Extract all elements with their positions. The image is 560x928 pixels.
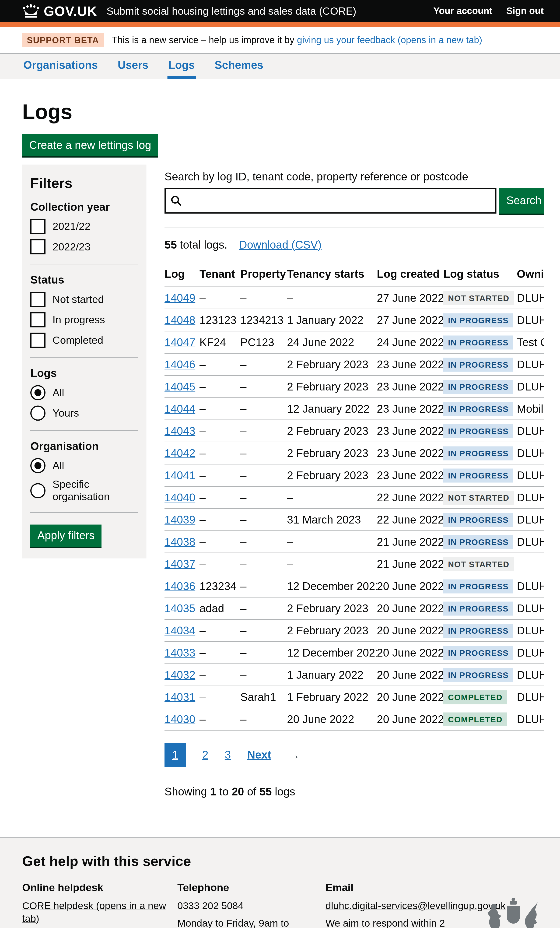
log-id-link[interactable]: 14038 [165,536,195,548]
column-header-log: Log [165,263,200,287]
apply-filters-button[interactable]: Apply filters [31,525,102,547]
filter-option-logs-yours[interactable]: Yours [31,406,138,421]
radio-logs-yours[interactable] [31,406,46,421]
property-cell: – [240,620,287,642]
log-created-cell: 24 June 2022 [377,331,443,353]
radio-specific-organisation[interactable] [31,483,46,498]
sign-out-link[interactable]: Sign out [506,6,544,16]
table-row: 14030 – – 20 June 2022 20 June 2022 COMP… [165,708,544,730]
download-csv-link[interactable]: Download (CSV) [239,239,322,251]
filter-group-status: Status [31,274,138,287]
showing-total: 55 [259,785,272,798]
pagination-next-link[interactable]: Next [247,749,271,762]
email-link[interactable]: dluhc.digital-services@levellingup.gov.u… [325,901,506,912]
log-id-link[interactable]: 14040 [165,491,195,504]
table-row: 14042 – – 2 February 2023 23 June 2022 I… [165,442,544,464]
filter-option-in-progress[interactable]: In progress [31,312,138,327]
radio-logs-all[interactable] [31,385,46,400]
site-footer: Get help with this service Online helpde… [0,838,560,928]
tenant-cell: – [200,442,240,464]
filters-divider [31,357,138,358]
column-header-log-status: Log status [443,263,517,287]
property-cell: – [240,375,287,398]
filter-option-completed[interactable]: Completed [31,333,138,348]
nav-item-schemes[interactable]: Schemes [214,59,265,79]
log-status-cell: COMPLETED [443,708,517,730]
feedback-link[interactable]: giving us your feedback (opens in a new … [297,35,482,45]
checkbox-2021-22[interactable] [31,219,46,234]
pagination: 1 2 3 Next → [165,743,544,767]
table-row: 14034 – – 2 February 2023 20 June 2022 I… [165,620,544,642]
tenancy-starts-cell: 2 February 2023 [287,353,377,375]
tenant-cell: – [200,708,240,730]
govuk-logo[interactable]: GOV.UK [22,3,97,19]
log-id-link[interactable]: 14032 [165,669,195,681]
core-helpdesk-link[interactable]: CORE helpdesk (opens in a new tab) [22,901,166,925]
filter-option-not-started[interactable]: Not started [31,292,138,307]
tenancy-starts-cell: 2 February 2023 [287,442,377,464]
search-input[interactable] [187,194,491,208]
tenant-cell: – [200,620,240,642]
filter-option-organisation-all[interactable]: All [31,458,138,473]
log-id-link[interactable]: 14035 [165,602,195,614]
owning-organisation-cell: DLUHC Tes [517,664,544,686]
property-cell: – [240,353,287,375]
checkbox-2022-23[interactable] [31,239,46,254]
log-id-link[interactable]: 14033 [165,646,195,659]
log-id-link[interactable]: 14034 [165,624,195,636]
nav-item-organisations[interactable]: Organisations [22,59,99,79]
status-badge: IN PROGRESS [443,624,513,638]
email-response-note: We aim to respond within 2 working days [325,917,471,928]
telephone-heading: Telephone [177,881,325,894]
property-cell: – [240,575,287,597]
your-account-link[interactable]: Your account [433,6,492,16]
table-header-row: Log Tenant Property Tenancy starts Log c… [165,263,544,287]
checkbox-completed[interactable] [31,333,46,348]
filter-option-2021-22[interactable]: 2021/22 [31,219,138,234]
pagination-page-3[interactable]: 3 [225,749,231,762]
service-name-link[interactable]: Submit social housing lettings and sales… [107,5,357,17]
filter-option-specific-organisation[interactable]: Specific organisation [31,478,138,503]
pagination-page-2[interactable]: 2 [202,749,208,762]
checkbox-label: 2021/22 [52,220,90,233]
log-id-link[interactable]: 14044 [165,402,195,415]
log-status-cell: IN PROGRESS [443,620,517,642]
log-created-cell: 23 June 2022 [377,375,443,398]
log-id-link[interactable]: 14046 [165,358,195,370]
log-id-link[interactable]: 14031 [165,691,195,703]
log-id-link[interactable]: 14039 [165,513,195,526]
owning-organisation-cell: DLUHC Tes [517,642,544,664]
log-id-link[interactable]: 14043 [165,424,195,437]
phase-banner: SUPPORT BETA This is a new service – hel… [0,27,560,54]
filters-divider [31,264,138,264]
checkbox-not-started[interactable] [31,292,46,307]
filter-option-logs-all[interactable]: All [31,385,138,400]
log-id-link[interactable]: 14047 [165,336,195,348]
property-cell: – [240,464,287,486]
search-button[interactable]: Search [499,188,544,214]
log-id-link[interactable]: 14049 [165,292,195,304]
log-created-cell: 23 June 2022 [377,353,443,375]
log-id-link[interactable]: 14041 [165,469,195,481]
column-header-tenant: Tenant [200,263,240,287]
nav-item-logs[interactable]: Logs [167,59,196,79]
log-id-link[interactable]: 14048 [165,314,195,326]
property-cell: – [240,508,287,531]
log-id-link[interactable]: 14045 [165,380,195,392]
checkbox-in-progress[interactable] [31,312,46,327]
status-badge: NOT STARTED [443,557,514,571]
log-id-link[interactable]: 14036 [165,580,195,592]
table-row: 14045 – – 2 February 2023 23 June 2022 I… [165,375,544,398]
table-row: 14036 123234 – 12 December 2021 20 June … [165,575,544,597]
nav-item-users[interactable]: Users [116,59,150,79]
log-id-link[interactable]: 14042 [165,447,195,459]
log-id-link[interactable]: 14030 [165,713,195,725]
status-badge: IN PROGRESS [443,646,513,660]
filter-option-2022-23[interactable]: 2022/23 [31,239,138,254]
pagination-page-1[interactable]: 1 [165,743,186,767]
property-cell: 1234213 [240,309,287,331]
table-row: 14033 – – 12 December 2021 20 June 2022 … [165,642,544,664]
create-lettings-log-button[interactable]: Create a new lettings log [22,134,158,156]
radio-organisation-all[interactable] [31,458,46,473]
log-id-link[interactable]: 14037 [165,558,195,570]
